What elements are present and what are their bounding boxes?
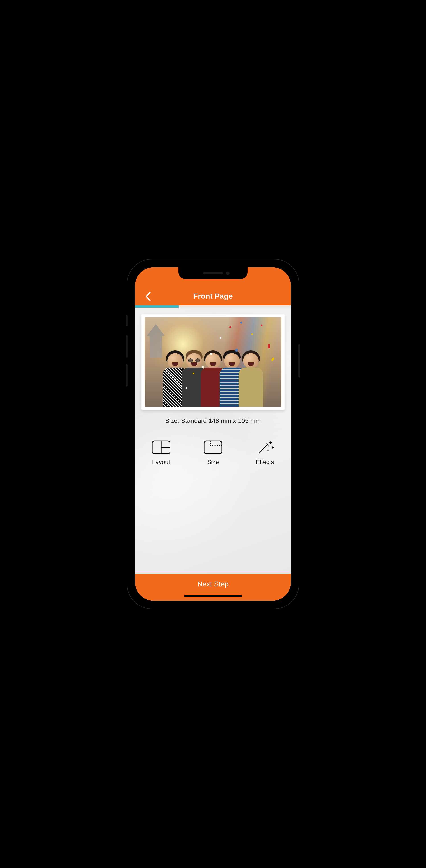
screen: Front Page <box>135 268 291 600</box>
mute-switch <box>126 315 128 326</box>
svg-line-6 <box>259 444 268 453</box>
tool-layout[interactable]: Layout <box>152 440 171 466</box>
volume-down-button <box>126 364 128 386</box>
content-area: Size: Standard 148 mm x 105 mm Layout <box>135 308 291 574</box>
size-label: Size: Standard 148 mm x 105 mm <box>165 417 261 425</box>
notch <box>178 268 248 279</box>
front-camera <box>226 272 230 275</box>
phone-bezel: Front Page <box>132 265 294 603</box>
layout-icon <box>152 440 171 455</box>
size-icon <box>203 440 223 455</box>
volume-up-button <box>126 335 128 358</box>
phone-frame: Front Page <box>127 259 299 609</box>
page-title: Front Page <box>193 292 233 301</box>
power-button <box>298 344 300 378</box>
tool-size-label: Size <box>207 459 219 466</box>
home-indicator[interactable] <box>184 595 242 597</box>
photo-preview <box>144 317 282 407</box>
people-group <box>144 317 282 407</box>
magic-wand-icon <box>255 440 274 455</box>
svg-rect-3 <box>204 441 222 454</box>
tool-layout-label: Layout <box>152 459 170 466</box>
progress-fill <box>135 305 179 308</box>
tool-effects[interactable]: Effects <box>255 440 274 466</box>
speaker-grill <box>203 272 223 274</box>
tool-size[interactable]: Size <box>203 440 223 466</box>
chevron-left-icon <box>145 292 151 301</box>
tool-effects-label: Effects <box>256 459 274 466</box>
progress-bar <box>135 305 291 308</box>
tool-row: Layout Size <box>152 440 274 466</box>
photo-card[interactable] <box>141 314 285 410</box>
back-button[interactable] <box>143 291 153 301</box>
next-step-button[interactable]: Next Step <box>197 580 229 588</box>
